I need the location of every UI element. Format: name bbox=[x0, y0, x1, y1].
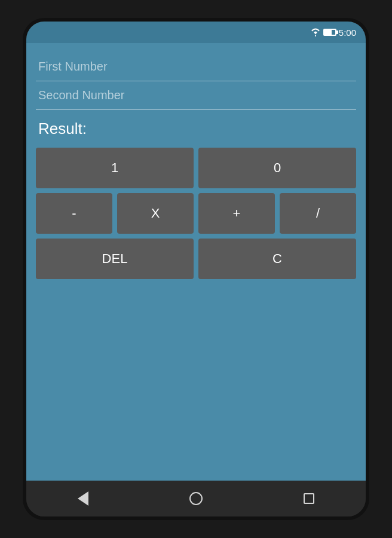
status-icons: 5:00 bbox=[310, 27, 356, 38]
device-frame: 5:00 Result: 1 0 - X + / bbox=[23, 18, 369, 520]
key-plus[interactable]: + bbox=[198, 193, 275, 234]
wifi-icon bbox=[310, 28, 321, 36]
keypad-row-2: - X + / bbox=[36, 193, 356, 234]
keypad-row-3: DEL C bbox=[36, 239, 356, 279]
key-0[interactable]: 0 bbox=[198, 148, 356, 188]
nav-home-button[interactable] bbox=[184, 487, 208, 511]
key-del[interactable]: DEL bbox=[36, 239, 194, 279]
result-label: Result: bbox=[36, 112, 356, 148]
status-time: 5:00 bbox=[339, 27, 356, 38]
key-clear[interactable]: C bbox=[198, 239, 356, 279]
input-section bbox=[36, 53, 356, 110]
key-divide[interactable]: / bbox=[280, 193, 356, 234]
key-minus[interactable]: - bbox=[36, 193, 112, 234]
nav-recents-button[interactable] bbox=[297, 487, 321, 511]
battery-icon bbox=[323, 29, 336, 36]
home-icon bbox=[189, 492, 203, 505]
svg-point-0 bbox=[315, 35, 316, 36]
second-number-input[interactable] bbox=[36, 81, 356, 110]
app-screen: Result: 1 0 - X + / DEL C bbox=[26, 43, 366, 481]
key-multiply[interactable]: X bbox=[117, 193, 194, 234]
recents-icon bbox=[304, 493, 314, 504]
status-bar: 5:00 bbox=[26, 22, 366, 43]
keypad: 1 0 - X + / DEL C bbox=[36, 148, 356, 279]
nav-back-button[interactable] bbox=[71, 487, 95, 511]
nav-bar bbox=[26, 481, 366, 516]
back-icon bbox=[78, 491, 88, 506]
keypad-row-1: 1 0 bbox=[36, 148, 356, 188]
first-number-input[interactable] bbox=[36, 53, 356, 81]
key-1[interactable]: 1 bbox=[36, 148, 194, 188]
